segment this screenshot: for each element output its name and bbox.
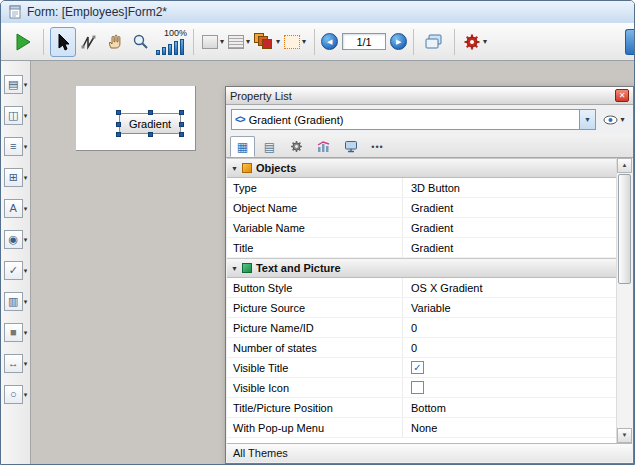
all-themes-bar[interactable]: All Themes bbox=[227, 443, 632, 462]
property-value[interactable]: 3D Button bbox=[403, 178, 616, 197]
checkbox-tool-button[interactable]: ✓ bbox=[4, 261, 23, 280]
chevron-down-icon[interactable]: ▾ bbox=[24, 267, 28, 274]
zoom-level-widget[interactable]: 100% bbox=[156, 29, 187, 55]
align-dropdown-button[interactable]: ▾ bbox=[226, 35, 252, 49]
splitter-tool-button[interactable]: ↔ bbox=[4, 354, 23, 373]
oval-tool-button[interactable]: ○ bbox=[4, 385, 23, 404]
tool-splitter: ↔ ▾ bbox=[4, 353, 28, 373]
property-name: Variable Name bbox=[227, 218, 403, 237]
toolbar-separator bbox=[413, 29, 414, 55]
property-value[interactable]: 0 bbox=[403, 338, 616, 357]
object-selector-combo[interactable]: <> Gradient (Gradient) ▼ bbox=[231, 109, 596, 130]
tool-rectangle: ■ ▾ bbox=[4, 322, 28, 342]
scrollbar-thumb[interactable] bbox=[618, 174, 631, 284]
previous-page-button[interactable]: ◀ bbox=[321, 33, 338, 50]
execute-form-button[interactable] bbox=[9, 27, 37, 57]
text-area-tool-button[interactable]: ▤ bbox=[4, 75, 23, 94]
property-value[interactable]: Variable bbox=[403, 298, 616, 317]
selection-handle[interactable] bbox=[116, 110, 121, 115]
windows-list-button[interactable] bbox=[420, 27, 448, 57]
chevron-down-icon[interactable]: ▾ bbox=[24, 174, 28, 181]
property-value[interactable]: Gradient bbox=[403, 238, 616, 257]
gradient-button-object[interactable]: Gradient bbox=[119, 113, 181, 134]
objects-section-icon bbox=[242, 163, 252, 173]
tab-display[interactable] bbox=[338, 136, 363, 157]
selection-handle[interactable] bbox=[116, 132, 121, 137]
form-page-area[interactable]: Gradient bbox=[76, 86, 196, 151]
tab-form[interactable]: ▤ bbox=[257, 136, 282, 157]
zoom-tool-button[interactable] bbox=[128, 27, 154, 57]
tab-more[interactable]: ••• bbox=[365, 136, 390, 157]
selection-handle[interactable] bbox=[148, 110, 153, 115]
list-box-tool-button[interactable]: ≡ bbox=[4, 137, 23, 156]
distribute-dropdown-button[interactable]: ▾ bbox=[200, 35, 226, 49]
input-field-tool-button[interactable]: ◫ bbox=[4, 106, 23, 125]
color-dropdown-button[interactable]: ▾ bbox=[252, 33, 282, 51]
selection-handle[interactable] bbox=[179, 110, 184, 115]
form-document-icon bbox=[8, 5, 22, 19]
property-value[interactable]: Gradient bbox=[403, 218, 616, 237]
property-value[interactable]: Gradient bbox=[403, 198, 616, 217]
chevron-down-icon[interactable]: ▾ bbox=[24, 143, 28, 150]
selection-handle[interactable] bbox=[179, 132, 184, 137]
select-tool-button[interactable] bbox=[50, 27, 76, 57]
property-value[interactable]: OS X Gradient bbox=[403, 278, 616, 297]
combo-box-tool-button[interactable]: ⊞ bbox=[4, 168, 23, 187]
close-button[interactable]: ✕ bbox=[615, 89, 629, 102]
visible-title-checkbox[interactable]: ✓ bbox=[411, 361, 424, 374]
radio-button-icon: ◉ bbox=[8, 234, 18, 245]
chevron-down-icon[interactable]: ▾ bbox=[24, 81, 28, 88]
tool-button-grid: ▥ ▾ bbox=[4, 291, 28, 311]
form-canvas[interactable]: Gradient Property List ✕ <> Gradient (Gr… bbox=[31, 61, 634, 464]
property-list-scrollbar[interactable]: ▲ ▼ bbox=[616, 158, 632, 443]
chevron-down-icon[interactable]: ▾ bbox=[24, 391, 28, 398]
grid-options-dropdown-button[interactable]: ▾ bbox=[282, 35, 308, 49]
entry-order-tool-button[interactable] bbox=[76, 27, 102, 57]
property-value[interactable]: None bbox=[403, 418, 616, 437]
rectangle-tool-button[interactable]: ■ bbox=[4, 323, 23, 342]
static-text-tool-button[interactable]: A bbox=[4, 199, 23, 218]
chevron-down-icon[interactable]: ▾ bbox=[24, 236, 28, 243]
gradient-button-label: Gradient bbox=[129, 118, 171, 130]
chevron-down-icon[interactable]: ▾ bbox=[24, 205, 28, 212]
pan-tool-button[interactable] bbox=[102, 27, 128, 57]
property-list-titlebar[interactable]: Property List ✕ bbox=[226, 87, 633, 105]
chevron-down-icon: ▾ bbox=[483, 38, 487, 46]
tab-events[interactable] bbox=[311, 136, 336, 157]
chevron-down-icon[interactable]: ▾ bbox=[24, 360, 28, 367]
window-titlebar[interactable]: Form: [Employees]Form2* bbox=[1, 1, 634, 23]
property-value[interactable]: Bottom bbox=[403, 398, 616, 417]
settings-dropdown-button[interactable]: ▾ bbox=[461, 33, 489, 51]
property-name: With Pop-up Menu bbox=[227, 418, 403, 437]
section-header-objects[interactable]: ▼ Objects bbox=[227, 158, 616, 178]
chevron-down-icon[interactable]: ▾ bbox=[24, 112, 28, 119]
button-grid-tool-button[interactable]: ▥ bbox=[4, 292, 23, 311]
toolbar-separator bbox=[454, 29, 455, 55]
next-page-button[interactable]: ▶ bbox=[390, 33, 407, 50]
chevron-down-icon[interactable]: ▾ bbox=[24, 329, 28, 336]
property-value[interactable]: 0 bbox=[403, 318, 616, 337]
selection-handle[interactable] bbox=[148, 132, 153, 137]
magnetic-grid-icon bbox=[284, 35, 300, 49]
tool-checkbox: ✓ ▾ bbox=[4, 260, 28, 280]
eye-icon bbox=[603, 115, 618, 125]
tab-settings[interactable] bbox=[284, 136, 309, 157]
selection-handle[interactable] bbox=[116, 122, 121, 127]
scroll-up-button[interactable]: ▲ bbox=[617, 158, 632, 173]
visible-icon-checkbox[interactable] bbox=[411, 381, 424, 394]
clipped-toolbar-icon[interactable] bbox=[625, 29, 634, 55]
tool-oval: ○ ▾ bbox=[4, 384, 28, 404]
section-header-text-and-picture[interactable]: ▼ Text and Picture bbox=[227, 258, 616, 278]
section-label: Text and Picture bbox=[256, 262, 341, 274]
magnifier-icon bbox=[132, 33, 150, 51]
tab-objects[interactable]: ▦ bbox=[230, 136, 255, 157]
events-chart-tab-icon bbox=[317, 140, 330, 153]
scroll-down-button[interactable]: ▼ bbox=[617, 428, 632, 443]
chevron-down-icon[interactable]: ▾ bbox=[24, 298, 28, 305]
page-indicator-value: 1/1 bbox=[356, 36, 371, 48]
radio-button-tool-button[interactable]: ◉ bbox=[4, 230, 23, 249]
collapse-triangle-icon: ▼ bbox=[231, 265, 238, 272]
combo-dropdown-button[interactable]: ▼ bbox=[579, 110, 595, 129]
view-options-button[interactable]: ▾ bbox=[599, 109, 629, 130]
selection-handle[interactable] bbox=[179, 122, 184, 127]
